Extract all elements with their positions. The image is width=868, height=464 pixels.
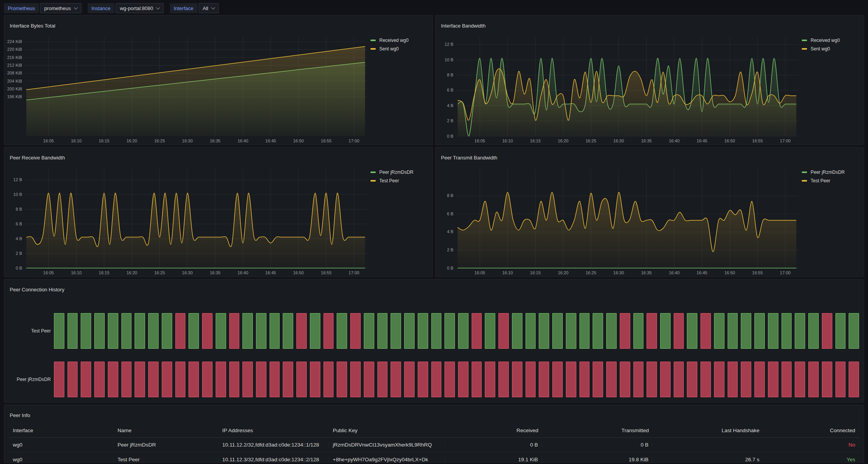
chart-plot-area[interactable]: 0 B2 B4 B6 B8 B10 B12 B16:0516:1016:1516…: [436, 34, 802, 145]
table-header-cell[interactable]: IP Addresses: [218, 428, 329, 433]
status-bar[interactable]: [188, 313, 199, 349]
status-bar[interactable]: [566, 313, 576, 349]
status-bar[interactable]: [552, 313, 563, 349]
table-header-cell[interactable]: Transmitted: [542, 428, 653, 433]
table-header-cell[interactable]: Name: [114, 428, 218, 433]
status-bar[interactable]: [310, 362, 320, 397]
status-bar[interactable]: [418, 313, 428, 349]
chart-plot-area[interactable]: 0 B2 B4 B6 B8 B10 B12 B16:0516:1016:1516…: [4, 166, 370, 277]
status-bar[interactable]: [539, 313, 549, 349]
status-bar[interactable]: [296, 362, 307, 397]
status-bar[interactable]: [485, 362, 495, 397]
status-bar[interactable]: [162, 362, 172, 397]
status-bar[interactable]: [364, 362, 374, 397]
table-header-cell[interactable]: Public Key: [329, 428, 445, 433]
status-bar[interactable]: [216, 362, 226, 397]
status-bar[interactable]: [768, 313, 778, 349]
status-bar[interactable]: [754, 362, 765, 397]
status-bar[interactable]: [54, 362, 64, 397]
status-bar[interactable]: [674, 313, 684, 349]
table-header-cell[interactable]: Interface: [9, 428, 114, 433]
status-bar[interactable]: [822, 362, 832, 397]
status-bar[interactable]: [633, 362, 644, 397]
status-bar[interactable]: [148, 362, 159, 397]
status-bar[interactable]: [768, 362, 778, 397]
status-bar[interactable]: [418, 362, 428, 397]
status-bar[interactable]: [512, 362, 522, 397]
status-bar[interactable]: [687, 313, 697, 349]
status-bar[interactable]: [310, 313, 320, 349]
status-bar[interactable]: [337, 362, 347, 397]
status-bar[interactable]: [162, 313, 172, 349]
status-bar[interactable]: [660, 362, 671, 397]
status-bar[interactable]: [121, 362, 132, 397]
status-bar[interactable]: [404, 313, 415, 349]
status-bar[interactable]: [444, 362, 455, 397]
status-bar[interactable]: [67, 313, 78, 349]
legend-item[interactable]: Sent wg0: [370, 46, 429, 52]
status-bar[interactable]: [431, 362, 442, 397]
status-bar[interactable]: [242, 313, 253, 349]
status-bar[interactable]: [822, 313, 832, 349]
status-bar[interactable]: [849, 362, 859, 397]
status-bar[interactable]: [94, 362, 105, 397]
status-bar[interactable]: [108, 313, 118, 349]
status-bar[interactable]: [135, 362, 145, 397]
status-bar[interactable]: [377, 362, 388, 397]
status-bar[interactable]: [498, 313, 509, 349]
status-bar[interactable]: [579, 362, 590, 397]
status-bar[interactable]: [350, 313, 361, 349]
status-bar[interactable]: [808, 313, 819, 349]
status-bar[interactable]: [633, 313, 644, 349]
status-bar[interactable]: [606, 362, 617, 397]
status-bar[interactable]: [552, 362, 563, 397]
status-bar[interactable]: [660, 313, 671, 349]
status-bar[interactable]: [108, 362, 118, 397]
status-bar[interactable]: [283, 362, 293, 397]
chart-plot-area[interactable]: 196 KiB200 KiB204 KiB208 KiB212 KiB216 K…: [4, 34, 370, 145]
status-bar[interactable]: [714, 313, 724, 349]
panel-title[interactable]: Interface Bytes Total: [4, 20, 432, 29]
status-bar[interactable]: [714, 362, 724, 397]
legend-item[interactable]: Peer jRzmDsDR: [370, 170, 429, 175]
legend-item[interactable]: Received wg0: [370, 38, 429, 43]
status-bar[interactable]: [323, 313, 334, 349]
status-bar[interactable]: [350, 362, 361, 397]
status-bar[interactable]: [242, 362, 253, 397]
status-bar[interactable]: [835, 362, 846, 397]
status-bar[interactable]: [67, 362, 78, 397]
status-bar[interactable]: [364, 313, 374, 349]
status-bar[interactable]: [270, 362, 280, 397]
status-bar[interactable]: [728, 313, 738, 349]
status-bar[interactable]: [728, 362, 738, 397]
status-bar[interactable]: [498, 362, 509, 397]
legend-item[interactable]: Test Peer: [802, 178, 860, 184]
status-bar[interactable]: [485, 313, 495, 349]
status-bar[interactable]: [229, 313, 240, 349]
table-header-cell[interactable]: Received: [445, 428, 542, 433]
status-bar[interactable]: [674, 362, 684, 397]
variable-dropdown-instance[interactable]: wg-portal:8080: [116, 3, 164, 13]
status-bar[interactable]: [782, 362, 792, 397]
status-bar[interactable]: [323, 362, 334, 397]
status-bar[interactable]: [81, 362, 91, 397]
status-bar[interactable]: [566, 362, 576, 397]
status-bar[interactable]: [526, 313, 536, 349]
table-header-cell[interactable]: Connected: [763, 428, 859, 433]
chart-canvas[interactable]: 0 B2 B4 B6 B8 B16:0516:1016:1516:2016:25…: [436, 166, 802, 277]
status-bar[interactable]: [377, 313, 388, 349]
panel-title[interactable]: Interface Bandwidth: [436, 20, 864, 29]
variable-dropdown-interface[interactable]: All: [199, 3, 219, 13]
status-bar[interactable]: [81, 313, 91, 349]
status-bar[interactable]: [202, 362, 213, 397]
status-bar[interactable]: [256, 313, 266, 349]
status-bar[interactable]: [687, 362, 697, 397]
status-bar[interactable]: [606, 313, 617, 349]
status-bar[interactable]: [620, 313, 630, 349]
status-bar[interactable]: [458, 362, 469, 397]
status-bar[interactable]: [539, 362, 549, 397]
status-bar[interactable]: [270, 313, 280, 349]
status-bar[interactable]: [526, 362, 536, 397]
status-bar[interactable]: [216, 313, 226, 349]
status-bar[interactable]: [795, 313, 805, 349]
